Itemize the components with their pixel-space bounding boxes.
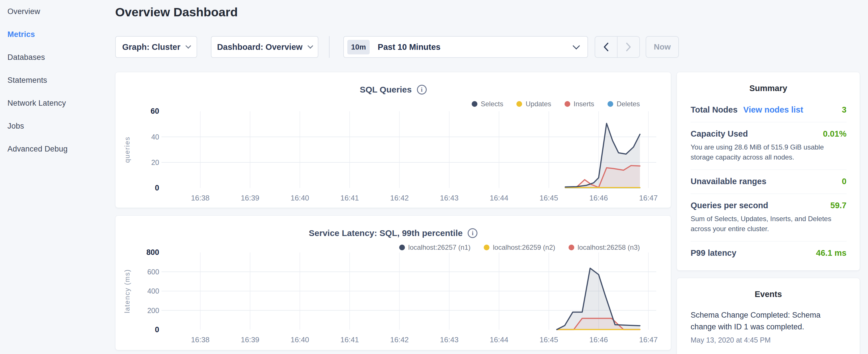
sidebar-item-databases[interactable]: Databases bbox=[7, 53, 111, 62]
service-latency-chart-card: Service Latency: SQL, 99th percentile i … bbox=[115, 215, 671, 350]
sidebar-item-statements[interactable]: Statements bbox=[7, 75, 111, 85]
page-title: Overview Dashboard bbox=[115, 5, 238, 19]
chart-plot: 16:3816:3916:4016:4116:4216:4316:4416:45… bbox=[116, 216, 671, 350]
x-tick-label: 16:43 bbox=[440, 336, 459, 344]
summary-row: Unavailable ranges0 bbox=[691, 170, 846, 194]
y-tick-label: 0 bbox=[155, 184, 159, 192]
x-tick-label: 16:43 bbox=[440, 194, 459, 202]
events-list: Schema Change Completed: Schema change w… bbox=[677, 299, 860, 344]
graph-scope-dropdown[interactable]: Graph: Cluster bbox=[115, 36, 197, 58]
x-tick-label: 16:45 bbox=[539, 194, 558, 202]
y-tick-label: 200 bbox=[147, 307, 159, 315]
x-tick-label: 16:39 bbox=[241, 194, 259, 202]
y-axis-label: queries bbox=[123, 136, 131, 163]
summary-row: Total NodesView nodes list3 bbox=[691, 98, 846, 122]
summary-row: Capacity Used0.01%You are using 28.6 MiB… bbox=[691, 122, 846, 170]
dashboard-dropdown[interactable]: Dashboard: Overview bbox=[211, 36, 318, 58]
events-panel: Events Schema Change Completed: Schema c… bbox=[677, 278, 860, 354]
chevron-right-icon bbox=[625, 42, 632, 52]
x-tick-label: 16:41 bbox=[340, 336, 359, 344]
x-tick-label: 16:44 bbox=[490, 194, 508, 202]
y-tick-label: 40 bbox=[151, 133, 159, 141]
x-tick-label: 16:39 bbox=[241, 336, 259, 344]
sidebar-item-advanced-debug[interactable]: Advanced Debug bbox=[7, 144, 111, 154]
sidebar-item-network-latency[interactable]: Network Latency bbox=[7, 99, 111, 108]
x-tick-label: 16:46 bbox=[589, 194, 608, 202]
summary-row: Queries per second59.7Sum of Selects, Up… bbox=[691, 194, 846, 242]
y-tick-label: 600 bbox=[147, 268, 159, 276]
summary-row-subtext: You are using 28.6 MiB of 515.9 GiB usab… bbox=[691, 142, 846, 162]
summary-row-label: Unavailable ranges bbox=[691, 177, 766, 186]
time-range-dropdown[interactable]: 10m Past 10 Minutes bbox=[343, 36, 588, 58]
sidebar-nav: OverviewMetricsDatabasesStatementsNetwor… bbox=[7, 7, 111, 167]
summary-row: P99 latency46.1 ms bbox=[691, 242, 846, 265]
x-tick-label: 16:45 bbox=[539, 336, 558, 344]
controls-divider bbox=[329, 36, 330, 58]
graph-scope-dropdown-label: Graph: Cluster bbox=[122, 42, 180, 52]
sql-queries-chart-card: SQL Queries i SelectsUpdatesInsertsDelet… bbox=[115, 72, 671, 208]
y-tick-label: 800 bbox=[147, 248, 159, 257]
x-tick-label: 16:44 bbox=[490, 336, 508, 344]
sidebar-item-jobs[interactable]: Jobs bbox=[7, 122, 111, 131]
x-tick-label: 16:38 bbox=[191, 336, 210, 344]
x-tick-label: 16:42 bbox=[390, 194, 409, 202]
sidebar-item-overview[interactable]: Overview bbox=[7, 7, 111, 16]
summary-row-value: 46.1 ms bbox=[816, 248, 846, 258]
x-tick-label: 16:40 bbox=[290, 194, 309, 202]
x-tick-label: 16:47 bbox=[639, 336, 658, 344]
dashboard-dropdown-label: Dashboard: Overview bbox=[217, 42, 302, 52]
summary-row-label: P99 latency bbox=[691, 248, 737, 258]
chevron-left-icon bbox=[602, 42, 610, 52]
y-tick-label: 400 bbox=[147, 287, 159, 295]
events-title: Events bbox=[677, 278, 860, 299]
time-range-badge: 10m bbox=[347, 40, 370, 55]
chart-plot: 16:3816:3916:4016:4116:4216:4316:4416:45… bbox=[116, 72, 671, 207]
y-tick-label: 60 bbox=[151, 107, 159, 116]
y-tick-label: 20 bbox=[151, 158, 159, 166]
overview-dashboard-page: OverviewMetricsDatabasesStatementsNetwor… bbox=[0, 0, 868, 354]
x-tick-label: 16:40 bbox=[290, 336, 309, 344]
next-time-button[interactable] bbox=[618, 37, 639, 57]
event-text: Schema Change Completed: Schema change w… bbox=[691, 309, 828, 332]
y-axis-label: latency (ms) bbox=[123, 269, 131, 313]
now-button[interactable]: Now bbox=[646, 36, 679, 58]
summary-row-label: Queries per second bbox=[691, 201, 768, 210]
event-timestamp: May 13, 2020 at 4:45 PM bbox=[691, 336, 846, 344]
summary-row-value: 59.7 bbox=[831, 201, 846, 210]
summary-row-subtext: Sum of Selects, Updates, Inserts, and De… bbox=[691, 214, 846, 234]
summary-panel: Summary Total NodesView nodes list3Capac… bbox=[677, 72, 860, 271]
event-item[interactable]: Schema Change Completed: Schema change w… bbox=[677, 299, 860, 344]
x-tick-label: 16:41 bbox=[340, 194, 359, 202]
y-tick-label: 0 bbox=[155, 325, 159, 334]
prev-time-button[interactable] bbox=[595, 37, 618, 57]
x-tick-label: 16:42 bbox=[390, 336, 409, 344]
summary-row-label: Capacity Used bbox=[691, 129, 748, 139]
summary-row-value: 0 bbox=[842, 177, 846, 186]
summary-row-label: Total Nodes bbox=[691, 105, 738, 115]
sidebar-item-metrics[interactable]: Metrics bbox=[7, 30, 111, 39]
summary-title: Summary bbox=[677, 72, 860, 93]
summary-row-value: 3 bbox=[842, 105, 846, 115]
chevron-down-icon bbox=[308, 43, 313, 49]
x-tick-label: 16:38 bbox=[191, 194, 210, 202]
x-tick-label: 16:46 bbox=[589, 336, 608, 344]
view-nodes-list-link[interactable]: View nodes list bbox=[743, 105, 803, 115]
time-step-buttons bbox=[595, 36, 640, 58]
summary-row-value: 0.01% bbox=[823, 129, 846, 139]
summary-rows: Total NodesView nodes list3Capacity Used… bbox=[677, 93, 860, 265]
controls-bar: Graph: Cluster Dashboard: Overview 10m P… bbox=[115, 36, 706, 58]
x-tick-label: 16:47 bbox=[639, 194, 658, 202]
chevron-down-icon bbox=[185, 43, 191, 49]
chevron-down-icon bbox=[572, 42, 580, 49]
time-range-label: Past 10 Minutes bbox=[378, 42, 574, 52]
